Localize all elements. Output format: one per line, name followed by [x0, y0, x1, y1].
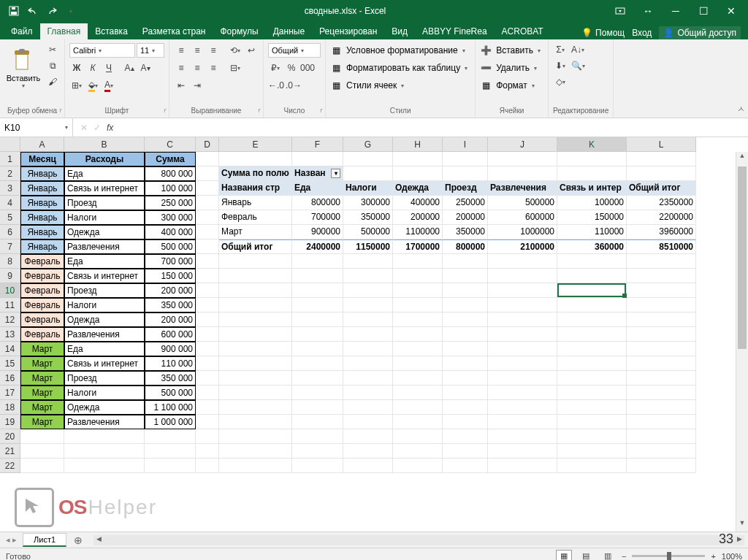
- touch-mode-icon[interactable]: ↔: [641, 4, 655, 18]
- comma-format-button[interactable]: 000: [300, 61, 315, 75]
- align-middle-button[interactable]: ≡: [190, 43, 205, 58]
- page-layout-view-button[interactable]: ▤: [578, 550, 594, 561]
- increase-indent-button[interactable]: ⇥: [190, 78, 205, 93]
- tab-review[interactable]: Рецензирован: [312, 23, 384, 39]
- column-headers[interactable]: ABCDEFGHIJKL: [20, 137, 696, 152]
- font-name-combo[interactable]: Calibri▾: [69, 43, 135, 58]
- italic-button[interactable]: К: [85, 61, 100, 75]
- tab-abbyy[interactable]: ABBYY FineRea: [415, 23, 495, 39]
- status-bar: Готово ▦ ▤ ▥ − + 100%: [0, 548, 748, 560]
- cells-grid[interactable]: МесяцРасходыСуммаЯнварьЕда800 000Сумма п…: [20, 152, 696, 473]
- sign-in-link[interactable]: Вход: [632, 28, 652, 38]
- save-icon[interactable]: [7, 4, 20, 18]
- tell-me-search[interactable]: 💡Помощ: [581, 28, 625, 38]
- format-as-table-button[interactable]: ▦Форматировать как таблицу▾: [330, 60, 470, 76]
- tab-page-layout[interactable]: Разметка стран: [135, 23, 213, 39]
- redo-icon[interactable]: [45, 4, 58, 18]
- share-button[interactable]: 👤Общий доступ: [659, 26, 741, 39]
- font-color-button[interactable]: A▾: [102, 78, 116, 93]
- sort-filter-button[interactable]: A↓▾: [570, 42, 585, 57]
- tab-data[interactable]: Данные: [266, 23, 312, 39]
- tab-insert[interactable]: Вставка: [88, 23, 135, 39]
- row-headers[interactable]: 12345678910111213141516171819202122: [0, 152, 20, 473]
- decrease-indent-button[interactable]: ⇤: [174, 78, 188, 93]
- zoom-out-button[interactable]: −: [622, 552, 626, 561]
- align-bottom-button[interactable]: ≡: [206, 43, 221, 58]
- sheet-nav-icon[interactable]: ◂ ▸: [0, 535, 23, 545]
- spreadsheet[interactable]: ABCDEFGHIJKL 123456789101112131415161718…: [0, 137, 748, 532]
- align-left-button[interactable]: ≡: [174, 61, 188, 75]
- cancel-formula-icon[interactable]: ✕: [80, 123, 88, 133]
- quick-access-toolbar: ▾: [7, 4, 77, 18]
- group-label-cells: Ячейки: [480, 105, 543, 115]
- select-all-corner[interactable]: [0, 137, 20, 152]
- paste-button[interactable]: Вставить▾: [4, 42, 42, 95]
- group-clipboard: Вставить▾ ✂ ⧉ 🖌 Буфер обмена: [0, 39, 65, 118]
- page-break-view-button[interactable]: ▥: [600, 550, 616, 561]
- format-painter-icon[interactable]: 🖌: [45, 74, 60, 89]
- accounting-format-button[interactable]: ₽▾: [268, 61, 283, 75]
- new-sheet-button[interactable]: ⊕: [66, 534, 90, 546]
- underline-button[interactable]: Ч: [102, 61, 116, 75]
- qat-customize-icon[interactable]: ▾: [64, 4, 77, 18]
- formula-bar: K10▾ ✕ ✓ fx: [0, 118, 748, 137]
- conditional-format-button[interactable]: ▦Условное форматирование▾: [330, 42, 468, 58]
- insert-icon: ➕: [480, 45, 492, 56]
- ribbon-options-icon[interactable]: [613, 4, 627, 18]
- copy-icon[interactable]: ⧉: [45, 58, 60, 73]
- tab-formulas[interactable]: Формулы: [213, 23, 265, 39]
- name-box[interactable]: K10▾: [0, 118, 73, 137]
- scroll-up-icon[interactable]: ▲: [736, 152, 748, 164]
- zoom-slider[interactable]: [632, 555, 705, 557]
- merge-button[interactable]: ⊟▾: [228, 61, 243, 75]
- align-top-button[interactable]: ≡: [174, 43, 188, 58]
- cut-icon[interactable]: ✂: [45, 42, 60, 57]
- insert-cells-button[interactable]: ➕Вставить▾: [480, 42, 543, 58]
- tab-acrobat[interactable]: ACROBAT: [495, 23, 551, 39]
- tab-view[interactable]: Вид: [384, 23, 415, 39]
- tab-home[interactable]: Главная: [40, 23, 88, 39]
- scroll-thumb[interactable]: [738, 166, 747, 349]
- zoom-in-button[interactable]: +: [711, 552, 715, 561]
- format-cells-button[interactable]: ▦Формат▾: [480, 77, 538, 93]
- clear-button[interactable]: ◇▾: [553, 74, 568, 89]
- collapse-ribbon-icon[interactable]: ㅅ: [737, 104, 745, 115]
- percent-format-button[interactable]: %: [284, 61, 299, 75]
- vertical-scrollbar[interactable]: ▲ ▼: [736, 152, 748, 532]
- sheet-tab-active[interactable]: Лист1: [23, 533, 66, 547]
- decrease-decimal-button[interactable]: .0→: [286, 78, 302, 93]
- insert-function-icon[interactable]: fx: [107, 123, 113, 133]
- bold-button[interactable]: Ж: [69, 61, 84, 75]
- grow-font-button[interactable]: A▴: [122, 61, 137, 75]
- align-center-button[interactable]: ≡: [190, 61, 205, 75]
- horizontal-scrollbar[interactable]: ◀ ▶: [94, 535, 744, 545]
- number-format-combo[interactable]: Общий▾: [268, 43, 321, 58]
- fill-color-button[interactable]: ⬙▾: [85, 78, 100, 93]
- maximize-icon[interactable]: ☐: [696, 4, 711, 18]
- find-select-button[interactable]: 🔍▾: [570, 58, 585, 73]
- hscroll-right-icon[interactable]: ▶: [734, 535, 744, 545]
- wrap-text-button[interactable]: ↩: [244, 43, 259, 58]
- undo-icon[interactable]: [26, 4, 39, 18]
- minimize-icon[interactable]: ─: [668, 4, 683, 18]
- cond-format-icon: ▦: [330, 45, 342, 56]
- align-right-button[interactable]: ≡: [206, 61, 221, 75]
- fill-button[interactable]: ⬇▾: [553, 58, 568, 73]
- normal-view-button[interactable]: ▦: [556, 550, 572, 561]
- enter-formula-icon[interactable]: ✓: [94, 123, 101, 133]
- scroll-down-icon[interactable]: ▼: [736, 519, 748, 532]
- hscroll-left-icon[interactable]: ◀: [94, 535, 104, 545]
- increase-decimal-button[interactable]: ←.0: [268, 78, 284, 93]
- close-icon[interactable]: ✕: [724, 4, 739, 18]
- zoom-level[interactable]: 100%: [722, 552, 742, 561]
- borders-button[interactable]: ⊞▾: [69, 78, 84, 93]
- cell-styles-button[interactable]: ▦Стили ячеек▾: [330, 77, 407, 93]
- group-number: Общий▾ ₽▾ % 000 ←.0 .0→ Число: [264, 39, 326, 118]
- delete-cells-button[interactable]: ➖Удалить▾: [480, 60, 540, 76]
- font-size-combo[interactable]: 11▾: [137, 43, 164, 58]
- shrink-font-button[interactable]: A▾: [138, 61, 153, 75]
- tab-file[interactable]: Файл: [4, 23, 40, 39]
- group-font: Calibri▾ 11▾ Ж К Ч A▴ A▾ ⊞▾ ⬙▾ A▾ Шрифт: [65, 39, 169, 118]
- autosum-button[interactable]: Σ▾: [553, 42, 568, 57]
- orientation-button[interactable]: ⟲▾: [228, 43, 243, 58]
